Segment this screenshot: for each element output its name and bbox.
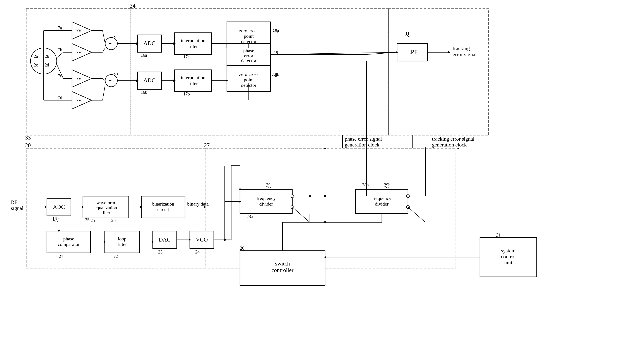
svg-text:generation clock: generation clock xyxy=(432,142,467,147)
svg-text:divider: divider xyxy=(375,201,389,207)
svg-text:phase: phase xyxy=(243,48,254,53)
svg-text:8a: 8a xyxy=(113,34,118,39)
svg-text:I/V: I/V xyxy=(75,28,82,33)
svg-text:waveform: waveform xyxy=(96,200,115,205)
svg-text:zero cross: zero cross xyxy=(239,28,259,33)
svg-point-201 xyxy=(324,221,326,223)
svg-text:binary data: binary data xyxy=(187,201,209,207)
svg-text:28b: 28b xyxy=(362,182,369,187)
svg-text:detector: detector xyxy=(241,58,257,63)
svg-text:7b: 7b xyxy=(58,47,62,52)
svg-text:filter: filter xyxy=(118,242,127,247)
svg-text:filter: filter xyxy=(188,44,198,49)
svg-text:frequency: frequency xyxy=(372,195,391,201)
svg-text:loop: loop xyxy=(118,236,126,242)
svg-text:system: system xyxy=(501,248,516,253)
svg-text:22: 22 xyxy=(113,254,118,259)
svg-text:divider: divider xyxy=(259,201,273,207)
phase-error-clock-label: phase error signal xyxy=(345,136,382,142)
svg-text:interpolation: interpolation xyxy=(181,38,205,43)
circuit-diagram: 34 20 27 33 2a 2b 2c 2d I/V 7a I/V 7b I/… xyxy=(0,0,620,364)
svg-text:LPF: LPF xyxy=(407,49,418,55)
svg-text:zero cross: zero cross xyxy=(239,72,259,77)
svg-text:I/V: I/V xyxy=(75,76,82,81)
svg-text:VCO: VCO xyxy=(196,236,208,243)
svg-text:filter: filter xyxy=(188,81,198,86)
svg-text:16a: 16a xyxy=(141,53,147,58)
svg-text:23: 23 xyxy=(158,249,163,254)
svg-text:25: 25 xyxy=(85,217,90,222)
svg-text:filter: filter xyxy=(101,210,110,215)
svg-text:ADC: ADC xyxy=(143,77,155,84)
svg-text:controller: controller xyxy=(271,267,294,273)
svg-text:18b: 18b xyxy=(273,72,279,77)
svg-text:ADC: ADC xyxy=(143,40,155,46)
svg-text:switch: switch xyxy=(275,261,290,267)
diagram-container: 34 20 27 33 2a 2b 2c 2d I/V 7a I/V 7b I/… xyxy=(0,0,620,364)
svg-text:24: 24 xyxy=(195,249,200,254)
svg-text:control: control xyxy=(501,254,516,259)
svg-text:tracking error signal: tracking error signal xyxy=(432,136,475,142)
svg-text:33: 33 xyxy=(25,134,31,141)
svg-text:21: 21 xyxy=(59,254,63,259)
svg-text:25: 25 xyxy=(91,218,95,223)
svg-text:7a: 7a xyxy=(58,26,62,30)
svg-text:29b: 29b xyxy=(384,182,390,187)
svg-text:error signal: error signal xyxy=(453,52,477,57)
svg-text:20: 20 xyxy=(25,142,31,148)
svg-text:2d: 2d xyxy=(45,63,49,67)
svg-text:+: + xyxy=(108,40,112,47)
svg-text:phase: phase xyxy=(63,236,74,242)
svg-text:26: 26 xyxy=(111,218,116,223)
svg-text:27: 27 xyxy=(204,142,210,148)
svg-text:30: 30 xyxy=(240,246,244,250)
svg-text:unit: unit xyxy=(504,260,512,265)
svg-text:binarization: binarization xyxy=(152,201,174,207)
svg-text:generation clock: generation clock xyxy=(345,142,379,147)
svg-text:signal: signal xyxy=(11,205,24,211)
svg-text:34: 34 xyxy=(130,3,136,9)
svg-text:17a: 17a xyxy=(183,55,190,59)
svg-text:18a: 18a xyxy=(273,28,279,33)
svg-text:29a: 29a xyxy=(266,182,272,187)
svg-text:point: point xyxy=(244,77,253,82)
svg-text:I/V: I/V xyxy=(75,98,82,103)
svg-text:2b: 2b xyxy=(45,54,49,59)
svg-text:16b: 16b xyxy=(141,90,147,95)
svg-text:17b: 17b xyxy=(183,91,190,96)
svg-text:31: 31 xyxy=(496,233,501,237)
svg-text:frequency: frequency xyxy=(257,195,276,201)
svg-text:RF: RF xyxy=(11,199,17,205)
svg-text:28a: 28a xyxy=(247,214,253,219)
svg-text:interpolation: interpolation xyxy=(181,75,205,80)
svg-text:tracking: tracking xyxy=(453,45,470,51)
svg-text:11: 11 xyxy=(405,31,409,36)
svg-text:8b: 8b xyxy=(113,71,118,76)
svg-text:equalization: equalization xyxy=(95,205,117,210)
svg-text:7d: 7d xyxy=(58,95,62,100)
svg-text:error: error xyxy=(244,53,253,58)
svg-text:I/V: I/V xyxy=(75,50,82,55)
svg-text:point: point xyxy=(244,33,253,39)
svg-text:+: + xyxy=(108,77,112,84)
svg-text:circuit: circuit xyxy=(157,207,169,212)
svg-text:2c: 2c xyxy=(34,63,38,67)
svg-text:2a: 2a xyxy=(34,54,38,59)
svg-text:ADC: ADC xyxy=(53,204,65,210)
svg-text:comparator: comparator xyxy=(58,242,80,247)
svg-text:DAC: DAC xyxy=(159,236,171,243)
